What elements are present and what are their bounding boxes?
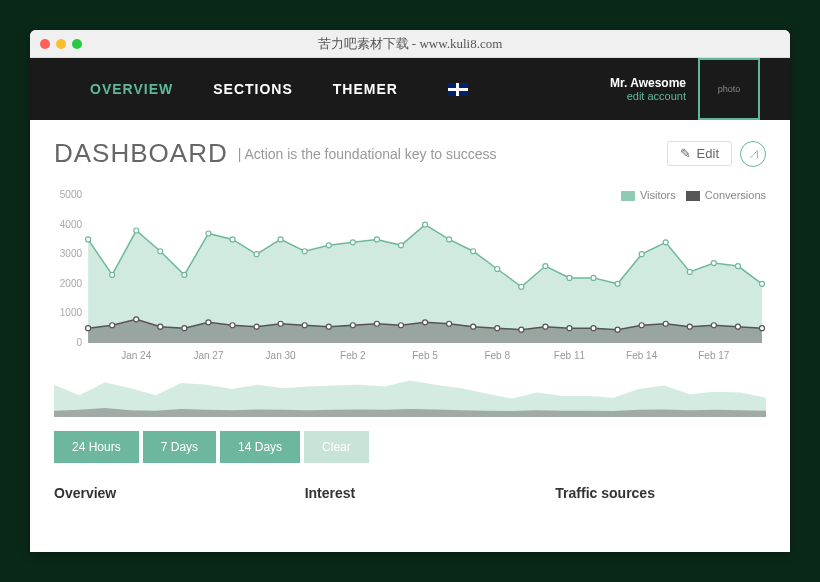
svg-point-60 bbox=[687, 324, 692, 329]
svg-text:1000: 1000 bbox=[60, 307, 83, 318]
svg-point-9 bbox=[158, 249, 163, 254]
svg-point-12 bbox=[230, 237, 235, 242]
panel-overview-title: Overview bbox=[54, 485, 265, 501]
panel-interest: Interest bbox=[305, 485, 516, 509]
svg-text:Feb 2: Feb 2 bbox=[340, 350, 366, 361]
panel-overview: Overview bbox=[54, 485, 265, 509]
svg-point-17 bbox=[350, 240, 355, 245]
lower-panels: Overview Interest Traffic sources bbox=[54, 485, 766, 509]
svg-point-58 bbox=[639, 323, 644, 328]
svg-point-20 bbox=[423, 222, 428, 227]
panel-interest-title: Interest bbox=[305, 485, 516, 501]
app-window: 苦力吧素材下载 - www.kuli8.com OVERVIEW SECTION… bbox=[30, 30, 790, 552]
svg-text:Jan 30: Jan 30 bbox=[266, 350, 297, 361]
nav-sections[interactable]: SECTIONS bbox=[213, 81, 293, 97]
svg-point-56 bbox=[591, 326, 596, 331]
svg-text:Jan 27: Jan 27 bbox=[193, 350, 224, 361]
svg-point-25 bbox=[543, 264, 548, 269]
svg-point-40 bbox=[206, 320, 211, 325]
legend-visitors: Visitors bbox=[621, 189, 676, 201]
flag-uk-icon[interactable] bbox=[448, 83, 468, 96]
range-clear-button[interactable]: Clear bbox=[304, 431, 369, 463]
svg-point-59 bbox=[663, 321, 668, 326]
activity-button[interactable]: ⩘ bbox=[740, 141, 766, 167]
svg-point-10 bbox=[182, 272, 187, 277]
svg-point-30 bbox=[663, 240, 668, 245]
svg-point-47 bbox=[374, 321, 379, 326]
svg-point-63 bbox=[759, 326, 764, 331]
svg-point-54 bbox=[543, 324, 548, 329]
panel-traffic-title: Traffic sources bbox=[555, 485, 766, 501]
svg-point-33 bbox=[735, 264, 740, 269]
svg-point-16 bbox=[326, 243, 331, 248]
svg-text:0: 0 bbox=[77, 337, 83, 348]
svg-point-7 bbox=[110, 272, 115, 277]
nav-overview[interactable]: OVERVIEW bbox=[90, 81, 173, 97]
svg-point-27 bbox=[591, 275, 596, 280]
svg-point-51 bbox=[471, 324, 476, 329]
svg-point-6 bbox=[86, 237, 91, 242]
edit-button[interactable]: ✎ Edit bbox=[667, 141, 732, 166]
legend-swatch-visitors bbox=[621, 191, 635, 201]
window-controls bbox=[40, 39, 82, 49]
svg-text:4000: 4000 bbox=[60, 219, 83, 230]
svg-point-18 bbox=[374, 237, 379, 242]
svg-point-35 bbox=[86, 326, 91, 331]
svg-point-52 bbox=[495, 326, 500, 331]
svg-point-44 bbox=[302, 323, 307, 328]
svg-point-22 bbox=[471, 249, 476, 254]
svg-point-39 bbox=[182, 326, 187, 331]
panel-traffic: Traffic sources bbox=[555, 485, 766, 509]
svg-text:5000: 5000 bbox=[60, 189, 83, 200]
minimize-icon[interactable] bbox=[56, 39, 66, 49]
range-7d-button[interactable]: 7 Days bbox=[143, 431, 216, 463]
svg-text:Feb 8: Feb 8 bbox=[484, 350, 510, 361]
svg-point-55 bbox=[567, 326, 572, 331]
svg-point-8 bbox=[134, 228, 139, 233]
mini-chart-svg bbox=[54, 369, 766, 417]
main-chart: Visitors Conversions 0100020003000400050… bbox=[54, 183, 766, 363]
svg-point-13 bbox=[254, 252, 259, 257]
svg-point-28 bbox=[615, 281, 620, 286]
svg-point-50 bbox=[447, 321, 452, 326]
svg-point-24 bbox=[519, 284, 524, 289]
svg-point-45 bbox=[326, 324, 331, 329]
svg-point-14 bbox=[278, 237, 283, 242]
mini-chart bbox=[54, 369, 766, 417]
edit-account-link[interactable]: edit account bbox=[610, 90, 686, 102]
page-header: DASHBOARD | Action is the foundational k… bbox=[54, 138, 766, 169]
page-title: DASHBOARD bbox=[54, 138, 228, 169]
svg-point-34 bbox=[759, 281, 764, 286]
time-range-buttons: 24 Hours 7 Days 14 Days Clear bbox=[54, 431, 766, 463]
legend-swatch-conversions bbox=[686, 191, 700, 201]
close-icon[interactable] bbox=[40, 39, 50, 49]
svg-point-26 bbox=[567, 275, 572, 280]
svg-text:3000: 3000 bbox=[60, 248, 83, 259]
svg-point-61 bbox=[711, 323, 716, 328]
svg-point-38 bbox=[158, 324, 163, 329]
titlebar: 苦力吧素材下载 - www.kuli8.com bbox=[30, 30, 790, 58]
svg-text:Feb 14: Feb 14 bbox=[626, 350, 658, 361]
svg-point-49 bbox=[423, 320, 428, 325]
range-24h-button[interactable]: 24 Hours bbox=[54, 431, 139, 463]
svg-point-31 bbox=[687, 269, 692, 274]
svg-text:2000: 2000 bbox=[60, 278, 83, 289]
svg-point-37 bbox=[134, 317, 139, 322]
chart-legend: Visitors Conversions bbox=[621, 189, 766, 201]
svg-point-15 bbox=[302, 249, 307, 254]
navbar: OVERVIEW SECTIONS THEMER Mr. Awesome edi… bbox=[30, 58, 790, 120]
chart-svg: 010002000300040005000Jan 24Jan 27Jan 30F… bbox=[54, 183, 766, 363]
svg-point-41 bbox=[230, 323, 235, 328]
svg-point-19 bbox=[398, 243, 403, 248]
content: DASHBOARD | Action is the foundational k… bbox=[30, 120, 790, 509]
svg-text:Feb 5: Feb 5 bbox=[412, 350, 438, 361]
edit-button-label: Edit bbox=[697, 146, 719, 161]
activity-icon: ⩘ bbox=[747, 147, 759, 161]
avatar[interactable]: photo bbox=[698, 58, 760, 120]
svg-text:Jan 24: Jan 24 bbox=[121, 350, 152, 361]
svg-point-32 bbox=[711, 261, 716, 266]
maximize-icon[interactable] bbox=[72, 39, 82, 49]
nav-themer[interactable]: THEMER bbox=[333, 81, 398, 97]
svg-point-21 bbox=[447, 237, 452, 242]
range-14d-button[interactable]: 14 Days bbox=[220, 431, 300, 463]
